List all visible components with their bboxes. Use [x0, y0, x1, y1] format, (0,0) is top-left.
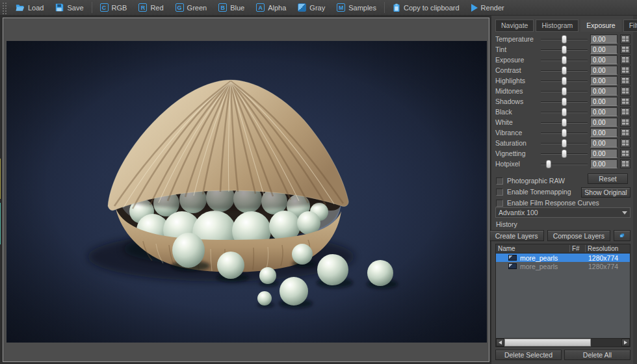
history-row[interactable]: more_pearls 1280x774	[496, 262, 630, 270]
blue-channel-button[interactable]: B Blue	[213, 1, 250, 14]
white-slider[interactable]	[541, 118, 588, 127]
tint-value-input[interactable]	[590, 45, 618, 54]
exposure-spinner[interactable]	[620, 55, 630, 64]
shadows-value-input[interactable]	[590, 97, 618, 106]
photographic-raw-checkbox-row[interactable]: Photographic RAW	[496, 177, 565, 185]
green-channel-button[interactable]: G Green	[170, 1, 213, 14]
vignetting-spinner[interactable]	[620, 149, 630, 158]
shadows-slider[interactable]	[541, 98, 588, 106]
slider-thumb[interactable]	[562, 35, 567, 44]
load-button[interactable]: Load	[10, 1, 49, 14]
contrast-value-input[interactable]	[590, 66, 618, 75]
reset-button[interactable]: Reset	[588, 174, 628, 184]
slider-thumb[interactable]	[562, 46, 567, 54]
gray-channel-button[interactable]: Gray	[292, 1, 331, 14]
tab-filter[interactable]: Filter	[623, 20, 637, 32]
history-row[interactable]: more_pearls 1280x774	[496, 254, 630, 262]
highlights-slider[interactable]	[541, 77, 588, 85]
scroll-right-arrow[interactable]	[621, 339, 630, 346]
saturation-slider[interactable]	[541, 139, 588, 148]
delete-all-button[interactable]: Delete All	[564, 350, 630, 360]
pearls-render-image	[6, 41, 487, 343]
vibrance-spinner[interactable]	[620, 128, 630, 137]
slider-row-shadows: Shadows	[495, 96, 630, 107]
scrollbar-track[interactable]	[504, 339, 621, 346]
hotpixel-slider[interactable]	[541, 160, 588, 168]
slider-thumb[interactable]	[562, 87, 567, 96]
red-channel-button[interactable]: R Red	[133, 1, 169, 14]
temperature-value-input[interactable]	[590, 34, 618, 44]
render-viewport[interactable]	[3, 18, 489, 362]
black-slider[interactable]	[541, 108, 588, 116]
vignetting-value-input[interactable]	[590, 149, 618, 158]
tab-navigate[interactable]: Navigate	[495, 20, 534, 32]
slider-thumb[interactable]	[562, 98, 567, 106]
photographic-raw-checkbox[interactable]	[496, 177, 503, 185]
slider-thumb[interactable]	[562, 66, 567, 75]
slider-thumb[interactable]	[562, 139, 567, 148]
toolbar-grip-handle[interactable]	[1, 1, 7, 14]
vibrance-slider[interactable]	[541, 129, 588, 137]
midtones-value-input[interactable]	[590, 86, 618, 96]
slider-thumb[interactable]	[562, 108, 567, 116]
tint-spinner[interactable]	[620, 45, 630, 54]
column-header-name[interactable]: Name	[496, 245, 570, 252]
samples-button[interactable]: M Samples	[331, 1, 382, 14]
samples-icon: M	[337, 3, 345, 12]
scroll-left-arrow[interactable]	[496, 339, 504, 346]
column-header-resolution[interactable]: Resolution	[586, 245, 630, 252]
column-header-fnumber[interactable]: F#	[570, 245, 586, 252]
slider-thumb[interactable]	[562, 56, 567, 64]
shadows-spinner[interactable]	[620, 97, 630, 106]
black-spinner[interactable]	[620, 107, 630, 116]
temperature-spinner[interactable]	[620, 34, 630, 44]
white-value-input[interactable]	[590, 118, 618, 127]
white-spinner[interactable]	[620, 118, 630, 127]
green-label: Green	[187, 4, 207, 12]
scrollbar-thumb[interactable]	[504, 339, 591, 346]
slider-thumb[interactable]	[562, 150, 567, 158]
contrast-spinner[interactable]	[620, 66, 630, 75]
slider-thumb[interactable]	[546, 160, 551, 168]
temperature-slider[interactable]	[541, 35, 588, 44]
exposure-slider[interactable]	[541, 56, 588, 64]
highlights-spinner[interactable]	[620, 76, 630, 85]
hotpixel-spinner[interactable]	[620, 159, 630, 168]
show-original-button[interactable]: Show Original	[581, 187, 630, 198]
rgb-channel-button[interactable]: C RGB	[94, 1, 133, 14]
enable-film-response-checkbox-row[interactable]: Enable Film Response Curves	[496, 199, 599, 207]
exposure-value-input[interactable]	[590, 55, 618, 64]
vignetting-slider[interactable]	[541, 150, 588, 158]
saturation-spinner[interactable]	[620, 138, 630, 148]
contrast-slider[interactable]	[541, 66, 588, 75]
slider-thumb[interactable]	[562, 129, 567, 137]
delete-selected-button[interactable]: Delete Selected	[495, 350, 562, 360]
compose-layers-button[interactable]: Compose Layers	[547, 230, 610, 241]
alpha-channel-button[interactable]: A Alpha	[250, 1, 292, 14]
midtones-slider[interactable]	[541, 87, 588, 96]
slider-thumb[interactable]	[562, 77, 567, 85]
tab-histogram[interactable]: Histogram	[536, 20, 578, 32]
saturation-value-input[interactable]	[590, 138, 618, 148]
enable-film-response-checkbox[interactable]	[496, 200, 503, 207]
vibrance-value-input[interactable]	[590, 128, 618, 137]
render-button[interactable]: Render	[465, 2, 510, 14]
copy-to-clipboard-button[interactable]: Copy to clipboard	[387, 1, 465, 14]
blue-icon: B	[218, 3, 227, 12]
tint-slider[interactable]	[541, 46, 588, 54]
hotpixel-value-input[interactable]	[590, 159, 618, 168]
duplicate-layer-button[interactable]	[614, 230, 630, 241]
history-list-empty-area	[496, 270, 630, 338]
highlights-value-input[interactable]	[590, 76, 618, 85]
history-horizontal-scrollbar	[496, 338, 630, 346]
midtones-spinner[interactable]	[620, 86, 630, 96]
enable-tonemapping-checkbox-row[interactable]: Enable Tonemapping	[496, 188, 571, 196]
alpha-icon: A	[256, 3, 265, 12]
black-value-input[interactable]	[590, 107, 618, 116]
save-button[interactable]: Save	[49, 1, 89, 14]
tab-exposure[interactable]: Exposure	[580, 20, 621, 32]
film-response-dropdown[interactable]: Advantix 100	[495, 207, 630, 218]
enable-tonemapping-checkbox[interactable]	[496, 188, 503, 196]
slider-thumb[interactable]	[562, 118, 567, 127]
create-layers-button[interactable]: Create Layers	[489, 230, 544, 241]
